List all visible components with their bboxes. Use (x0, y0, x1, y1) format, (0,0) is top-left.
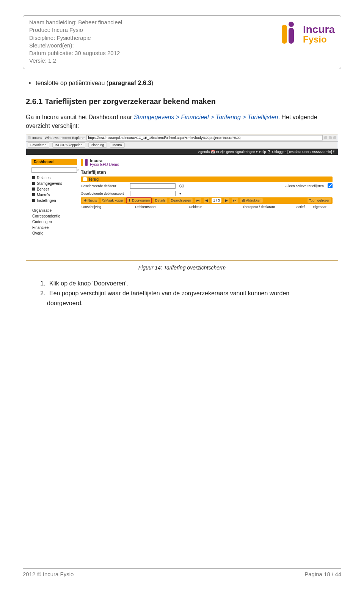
doorvoeren-button[interactable]: ⬇Doorvoeren (127, 198, 151, 203)
footer-page-num: 18 (324, 571, 330, 577)
back-label: Terug (88, 177, 99, 181)
details-button[interactable]: Details (154, 198, 167, 203)
bullet-prefix: tenslotte op patiëntniveau ( (36, 80, 108, 86)
sidebar-item-beheer[interactable]: Beheer (31, 186, 77, 192)
meta-l3-value: Fysiotherapie (57, 35, 91, 41)
col-therapeut[interactable]: Therapeut / declarant (243, 205, 295, 209)
brand-line3: Demo (109, 162, 119, 167)
panel-title: Tarieflijsten (81, 170, 333, 175)
doc-header: Naam handleiding: Beheer financieel Prod… (23, 15, 341, 69)
sidebar-item-label: Relaties (37, 176, 50, 180)
filter-debiteur-input[interactable] (130, 183, 176, 189)
afdrukken-button[interactable]: 🖶Afdrukken (240, 198, 263, 203)
bullet-bold: paragraaf 2.6.3 (108, 80, 151, 86)
footer-page-label: Pagina (304, 571, 324, 577)
footer-left: 2012 © Incura Fysio (23, 571, 74, 577)
pager-display: 1 / 3 (212, 198, 221, 203)
back-button[interactable]: Terug (81, 177, 333, 182)
app-topbar[interactable]: Agenda 📅 Er zijn geen signaleringen ▾ He… (26, 149, 338, 155)
logo-line1: Incura (303, 24, 335, 35)
dearchiveren-button[interactable]: Dearchiveren (169, 198, 193, 203)
filter-actief-label: Alleen actieve tarieflijsten (285, 184, 324, 188)
maak-kopie-button[interactable]: ⧉Maak kopie (101, 198, 124, 203)
favorites-button[interactable]: Favorieten (28, 142, 49, 148)
pager-next-button[interactable]: ▶ (224, 198, 229, 203)
sidebar-sub-financieel[interactable]: Financieel (31, 225, 77, 230)
sidebar-sub-correspondentie[interactable]: Correspondentie (31, 213, 77, 219)
filter-debiteursoort-input[interactable] (130, 191, 176, 196)
sidebar-item-stamgegevens[interactable]: Stamgegevens (31, 181, 77, 186)
logo-mark-icon (273, 21, 300, 47)
refresh-icon[interactable] (329, 136, 332, 139)
brand-bar-icon (81, 159, 83, 166)
pager-prev-button[interactable]: ◀ (204, 198, 209, 203)
sidebar-item-relaties[interactable]: Relaties (31, 175, 77, 181)
logo-text: Incura Fysio (303, 24, 335, 44)
para-prefix: Ga in Incura vanuit het Dashboard naar (26, 114, 134, 120)
meta-l6-value: 1.2 (48, 57, 56, 64)
pager-last-button[interactable]: ⏭ (232, 198, 238, 203)
col-omschrijving[interactable]: Omschrijving (82, 205, 134, 209)
search-icon[interactable]: ⌕ (77, 167, 79, 173)
brand-line2: Fysio-EPD (90, 162, 108, 167)
col-actief[interactable]: Actief (296, 205, 311, 209)
intro-paragraph: Ga in Incura vanuit het Dashboard naar S… (26, 113, 338, 130)
filter-label: Geselecteerde debiteursoort (81, 192, 126, 195)
breadcrumb-path: Stamgegevens > Financieel > Tarifering >… (134, 114, 278, 120)
step-2: Een popup verschijnt waar de tarieflijst… (47, 289, 338, 298)
back-arrow-icon (83, 177, 87, 181)
step-2-continuation: doorgevoerd. (47, 299, 338, 308)
doc-meta: Naam handleiding: Beheer financieel Prod… (29, 19, 122, 65)
col-debiteur[interactable]: Debiteur (189, 205, 241, 209)
address-bar[interactable] (86, 135, 323, 140)
app-brand: Incura Fysio-EPD Demo (81, 159, 333, 167)
col-debiteursoort[interactable]: Debiteursoort (135, 205, 188, 209)
btn-label: Maak kopie (105, 199, 123, 202)
lock-icon (324, 136, 327, 139)
tab-planning[interactable]: Planning (88, 142, 107, 148)
relaties-icon (32, 176, 35, 179)
sidebar-search: ⌕ (31, 167, 77, 173)
sidebar-item-label: Instellingen (37, 199, 56, 203)
footer-page-sep: / (330, 571, 335, 577)
steps-list: Klik op de knop 'Doorvoeren'. Een popup … (47, 279, 338, 298)
sidebar-item-instellingen[interactable]: Instellingen (31, 198, 77, 203)
toon-gefixeer-button[interactable]: Toon gefixeer (308, 198, 331, 203)
sidebar-sub-coderingen[interactable]: Coderingen (31, 219, 77, 225)
pager-first-button[interactable]: ⏮ (195, 198, 201, 203)
instellingen-icon (32, 199, 35, 202)
bullet-line: tenslotte op patiëntniveau (paragraaf 2.… (36, 80, 338, 87)
filter-row-debiteursoort: Geselecteerde debiteursoort ▾ (81, 190, 333, 197)
window-title: Incura - Windows Internet Explorer (32, 136, 85, 140)
meta-l2-value: Incura Fysio (52, 27, 83, 33)
meta-l6-label: Versie: (29, 57, 48, 64)
meta-l2-label: Product: (29, 27, 52, 33)
sidebar-item-macros[interactable]: Macro's (31, 192, 77, 198)
sidebar-subgroup: Organisatie Correspondentie Coderingen F… (31, 206, 77, 236)
sidebar-search-input[interactable] (31, 167, 77, 173)
filter-actief-checkbox[interactable] (328, 183, 333, 188)
search-icon[interactable]: ⌕ (179, 184, 184, 188)
tab-incura[interactable]: Incura (110, 142, 125, 148)
sidebar: Dashboard ⌕ Relaties Stamgegevens Beheer… (31, 159, 77, 252)
chevron-down-icon[interactable]: ▾ (179, 192, 181, 195)
window-icon (28, 136, 31, 139)
col-eigenaar[interactable]: Eigenaar (313, 205, 332, 209)
copy-icon: ⧉ (102, 199, 105, 203)
plus-icon: ✚ (84, 199, 87, 202)
meta-l5-value: 30 augustus 2012 (75, 50, 120, 56)
footer-page-total: 44 (335, 571, 341, 577)
step-1: Klik op de knop 'Doorvoeren'. (47, 279, 338, 288)
embedded-screenshot: Incura - Windows Internet Explorer Favor… (26, 134, 338, 261)
print-icon: 🖶 (242, 199, 245, 202)
nieuw-button[interactable]: ✚Nieuw (82, 198, 99, 203)
sidebar-item-label: Stamgegevens (37, 181, 62, 186)
meta-l5-label: Datum publicatie: (29, 50, 75, 56)
page-footer: 2012 © Incura Fysio Pagina 18 / 44 (23, 568, 341, 577)
stop-icon[interactable] (333, 136, 336, 139)
sidebar-sub-overig[interactable]: Overig (31, 230, 77, 236)
logo-line2: Fysio (303, 35, 335, 44)
tab-koppelen[interactable]: INCURA koppelen (52, 142, 85, 148)
sidebar-sub-organisatie[interactable]: Organisatie (31, 208, 77, 213)
sidebar-dashboard[interactable]: Dashboard (31, 159, 77, 165)
